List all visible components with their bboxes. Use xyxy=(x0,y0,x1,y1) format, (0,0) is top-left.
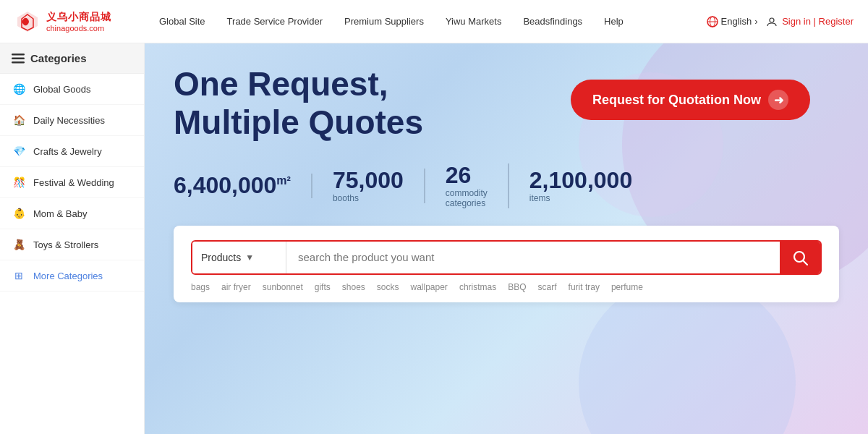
tag-shoes[interactable]: shoes xyxy=(342,282,365,292)
logo-icon xyxy=(14,9,41,35)
sidebar-label-mom-baby: Mom & Baby xyxy=(33,208,87,219)
toys-strollers-icon: 🧸 xyxy=(12,237,26,252)
search-container: Products ▼ bags air fryer sunbonnet xyxy=(174,226,839,302)
sidebar-label-daily-necessities: Daily Necessities xyxy=(33,115,105,126)
tag-air-fryer[interactable]: air fryer xyxy=(221,282,251,292)
globe-icon xyxy=(707,16,718,27)
main-layout: Categories 🌐 Global Goods 🏠 Daily Necess… xyxy=(0,43,868,434)
sidebar-item-global-goods[interactable]: 🌐 Global Goods xyxy=(0,74,144,105)
stat-categories-label: commodity categories xyxy=(446,188,488,208)
festival-wedding-icon: 🎊 xyxy=(12,175,26,190)
sidebar-label-crafts-jewelry: Crafts & Jewelry xyxy=(33,146,102,157)
stat-categories-number: 26 xyxy=(446,163,488,187)
daily-necessities-icon: 🏠 xyxy=(12,113,26,127)
language-arrow: › xyxy=(754,16,757,27)
stat-booths-number: 75,000 xyxy=(333,169,404,192)
sidebar-label-more-categories: More Categories xyxy=(33,271,103,281)
menu-icon xyxy=(12,54,25,64)
sidebar-item-crafts-jewelry[interactable]: 💎 Crafts & Jewelry xyxy=(0,136,144,167)
tag-furit-tray[interactable]: furit tray xyxy=(569,282,600,292)
stat-booths: 75,000 booths xyxy=(333,169,425,203)
tag-christmas[interactable]: christmas xyxy=(459,282,496,292)
tag-sunbonnet[interactable]: sunbonnet xyxy=(263,282,303,292)
tag-socks[interactable]: socks xyxy=(377,282,399,292)
hero-content: One Request, Multiple Quotes Request for… xyxy=(174,65,839,302)
nav-global-site[interactable]: Global Site xyxy=(159,16,205,27)
user-icon xyxy=(767,17,777,27)
sidebar-item-festival-wedding[interactable]: 🎊 Festival & Wedding xyxy=(0,167,144,198)
search-input[interactable] xyxy=(286,242,780,273)
cta-button-label: Request for Quotation Now xyxy=(592,93,761,108)
logo[interactable]: 义乌小商品城 chinagoods.com xyxy=(14,9,130,35)
stat-area-number: 6,400,000m² xyxy=(174,174,291,197)
tag-bbq[interactable]: BBQ xyxy=(508,282,526,292)
sidebar-item-more-categories[interactable]: ⊞ More Categories xyxy=(0,260,144,292)
search-button[interactable] xyxy=(780,242,820,273)
cta-button[interactable]: Request for Quotation Now ➜ xyxy=(571,80,810,120)
nav-yiwu-markets[interactable]: Yiwu Markets xyxy=(446,16,502,27)
svg-line-9 xyxy=(804,260,808,265)
stat-categories: 26 commodity categories xyxy=(446,163,509,208)
sidebar-title: Categories xyxy=(30,52,87,64)
sign-in-link[interactable]: Sign in xyxy=(782,16,811,27)
sidebar-item-toys-strollers[interactable]: 🧸 Toys & Strollers xyxy=(0,229,144,260)
logo-text: 义乌小商品城 chinagoods.com xyxy=(46,11,111,33)
stat-items-number: 2,100,000 xyxy=(529,169,632,192)
more-categories-icon: ⊞ xyxy=(12,268,26,283)
crafts-jewelry-icon: 💎 xyxy=(12,144,26,158)
svg-rect-7 xyxy=(12,61,25,64)
logo-english: chinagoods.com xyxy=(46,24,111,33)
svg-rect-5 xyxy=(12,54,25,56)
svg-rect-6 xyxy=(12,57,25,59)
search-icon xyxy=(792,250,808,265)
search-category-dropdown[interactable]: Products ▼ xyxy=(192,242,286,273)
hero-banner: One Request, Multiple Quotes Request for… xyxy=(145,43,868,434)
tag-wallpaper[interactable]: wallpaper xyxy=(411,282,448,292)
sidebar-label-toys-strollers: Toys & Strollers xyxy=(33,239,98,250)
sidebar-header: Categories xyxy=(0,43,144,74)
stat-area: 6,400,000m² xyxy=(174,174,312,198)
sidebar-label-global-goods: Global Goods xyxy=(33,84,91,95)
cta-arrow-icon: ➜ xyxy=(768,90,788,110)
nav-beadsfindings[interactable]: Beadsfindings xyxy=(523,16,582,27)
stat-booths-label: booths xyxy=(333,193,404,203)
dropdown-arrow-icon: ▼ xyxy=(245,252,254,263)
nav-premium-suppliers[interactable]: Premium Suppliers xyxy=(344,16,424,27)
nav-help[interactable]: Help xyxy=(604,16,624,27)
language-label: English xyxy=(721,16,752,27)
search-row: Products ▼ xyxy=(191,240,822,275)
search-dropdown-label: Products xyxy=(201,252,241,263)
sidebar: Categories 🌐 Global Goods 🏠 Daily Necess… xyxy=(0,43,145,434)
svg-point-4 xyxy=(770,18,774,22)
search-tags: bags air fryer sunbonnet gifts shoes soc… xyxy=(191,282,822,292)
tag-scarf[interactable]: scarf xyxy=(538,282,557,292)
mom-baby-icon: 👶 xyxy=(12,206,26,221)
header: 义乌小商品城 chinagoods.com Global Site Trade … xyxy=(0,0,868,43)
logo-chinese: 义乌小商品城 xyxy=(46,11,111,24)
header-right: English › Sign in | Register xyxy=(707,16,854,27)
auth-area: Sign in | Register xyxy=(767,16,854,27)
main-nav: Global Site Trade Service Provider Premi… xyxy=(159,16,707,27)
register-link[interactable]: Register xyxy=(819,16,854,27)
stat-items: 2,100,000 items xyxy=(529,169,652,203)
sidebar-item-mom-baby[interactable]: 👶 Mom & Baby xyxy=(0,198,144,229)
sidebar-item-daily-necessities[interactable]: 🏠 Daily Necessities xyxy=(0,105,144,136)
sidebar-label-festival-wedding: Festival & Wedding xyxy=(33,177,114,188)
stat-items-label: items xyxy=(529,193,632,203)
tag-perfume[interactable]: perfume xyxy=(611,282,643,292)
tag-bags[interactable]: bags xyxy=(191,282,210,292)
stats-row: 6,400,000m² 75,000 booths 26 commodity c… xyxy=(174,163,839,208)
tag-gifts[interactable]: gifts xyxy=(315,282,331,292)
nav-trade-service[interactable]: Trade Service Provider xyxy=(227,16,323,27)
language-selector[interactable]: English › xyxy=(707,16,758,27)
global-goods-icon: 🌐 xyxy=(12,82,26,96)
